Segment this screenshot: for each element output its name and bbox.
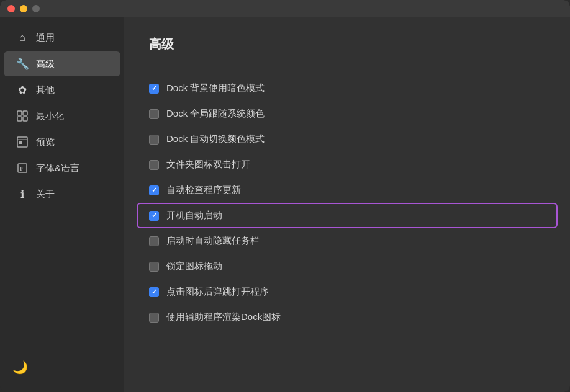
svg-rect-6 bbox=[19, 141, 22, 144]
sidebar-label-font-lang: 字体&语言 bbox=[36, 163, 79, 174]
sidebar-label-other: 其他 bbox=[36, 84, 55, 96]
sidebar-item-minimize[interactable]: 最小化 bbox=[4, 104, 120, 128]
sidebar-label-preview: 预览 bbox=[36, 136, 55, 148]
sidebar-label-about: 关于 bbox=[36, 189, 55, 200]
sidebar-item-about[interactable]: ℹ 关于 bbox=[4, 182, 120, 207]
sidebar-item-preview[interactable]: 预览 bbox=[4, 130, 120, 154]
content-area: 高级 Dock 背景使用暗色模式 Dock 全局跟随系统颜色 Dock 自动切换… bbox=[124, 17, 570, 392]
label-dock-follow-system-color: Dock 全局跟随系统颜色 bbox=[166, 108, 265, 120]
wrench-icon: 🔧 bbox=[16, 58, 29, 70]
option-lock-icon-drag[interactable]: 锁定图标拖动 bbox=[149, 254, 545, 279]
info-icon: ℹ bbox=[16, 188, 29, 200]
font-icon: F bbox=[16, 162, 29, 174]
svg-rect-3 bbox=[23, 117, 27, 121]
checkbox-dock-dark-mode[interactable] bbox=[149, 84, 159, 94]
checkbox-use-accessibility-render[interactable] bbox=[149, 313, 159, 323]
option-hide-taskbar-on-start[interactable]: 启动时自动隐藏任务栏 bbox=[149, 228, 545, 254]
checkbox-auto-start[interactable] bbox=[149, 211, 159, 221]
preview-icon bbox=[16, 136, 29, 148]
option-auto-check-update[interactable]: 自动检查程序更新 bbox=[149, 177, 545, 203]
checkbox-folder-double-click[interactable] bbox=[149, 160, 159, 170]
svg-rect-2 bbox=[17, 117, 22, 121]
option-folder-double-click[interactable]: 文件夹图标双击打开 bbox=[149, 152, 545, 177]
label-folder-double-click: 文件夹图标双击打开 bbox=[166, 159, 250, 171]
label-dock-auto-switch-color: Dock 自动切换颜色模式 bbox=[166, 133, 265, 145]
option-dock-follow-system-color[interactable]: Dock 全局跟随系统颜色 bbox=[149, 101, 545, 127]
sidebar-item-other[interactable]: ✿ 其他 bbox=[4, 78, 120, 102]
section-divider bbox=[149, 63, 545, 63]
moon-icon[interactable]: 🌙 bbox=[12, 360, 28, 374]
option-bounce-open-app[interactable]: 点击图标后弹跳打开程序 bbox=[149, 279, 545, 305]
sidebar-label-general: 通用 bbox=[36, 32, 55, 44]
title-bar bbox=[0, 0, 570, 17]
sidebar-item-font-lang[interactable]: F 字体&语言 bbox=[4, 156, 120, 180]
sidebar-item-advanced[interactable]: 🔧 高级 bbox=[4, 51, 120, 76]
minimize-button[interactable] bbox=[20, 5, 27, 12]
sidebar-label-advanced: 高级 bbox=[36, 58, 55, 70]
sidebar: ⌂ 通用 🔧 高级 ✿ 其他 bbox=[0, 17, 124, 392]
label-hide-taskbar-on-start: 启动时自动隐藏任务栏 bbox=[166, 235, 260, 247]
checkbox-dock-follow-system-color[interactable] bbox=[149, 109, 159, 119]
close-button[interactable] bbox=[7, 5, 15, 12]
checkbox-lock-icon-drag[interactable] bbox=[149, 262, 159, 272]
label-auto-check-update: 自动检查程序更新 bbox=[166, 184, 241, 196]
home-icon: ⌂ bbox=[16, 32, 29, 44]
app-window: ⌂ 通用 🔧 高级 ✿ 其他 bbox=[0, 0, 570, 392]
svg-text:F: F bbox=[20, 166, 24, 172]
option-dock-auto-switch-color[interactable]: Dock 自动切换颜色模式 bbox=[149, 127, 545, 152]
svg-rect-0 bbox=[17, 111, 22, 115]
section-title: 高级 bbox=[149, 36, 545, 53]
flower-icon: ✿ bbox=[16, 84, 29, 96]
label-dock-dark-mode: Dock 背景使用暗色模式 bbox=[166, 82, 265, 94]
sidebar-bottom: 🌙 bbox=[0, 354, 124, 385]
options-list: Dock 背景使用暗色模式 Dock 全局跟随系统颜色 Dock 自动切换颜色模… bbox=[149, 76, 545, 330]
checkbox-auto-check-update[interactable] bbox=[149, 185, 159, 195]
minimize-icon bbox=[16, 110, 29, 122]
sidebar-label-minimize: 最小化 bbox=[36, 110, 64, 122]
checkbox-bounce-open-app[interactable] bbox=[149, 287, 159, 297]
checkbox-hide-taskbar-on-start[interactable] bbox=[149, 236, 159, 246]
label-lock-icon-drag: 锁定图标拖动 bbox=[166, 261, 222, 272]
option-auto-start[interactable]: 开机自动启动 bbox=[143, 203, 551, 228]
option-dock-dark-mode[interactable]: Dock 背景使用暗色模式 bbox=[149, 76, 545, 101]
sidebar-item-general[interactable]: ⌂ 通用 bbox=[4, 25, 120, 50]
svg-rect-1 bbox=[23, 111, 27, 115]
checkbox-dock-auto-switch-color[interactable] bbox=[149, 135, 159, 145]
maximize-button[interactable] bbox=[32, 5, 40, 12]
label-bounce-open-app: 点击图标后弹跳打开程序 bbox=[166, 286, 269, 298]
label-auto-start: 开机自动启动 bbox=[166, 210, 222, 221]
main-content: ⌂ 通用 🔧 高级 ✿ 其他 bbox=[0, 17, 570, 392]
option-use-accessibility-render[interactable]: 使用辅助程序渲染Dock图标 bbox=[149, 305, 545, 330]
label-use-accessibility-render: 使用辅助程序渲染Dock图标 bbox=[166, 311, 281, 323]
